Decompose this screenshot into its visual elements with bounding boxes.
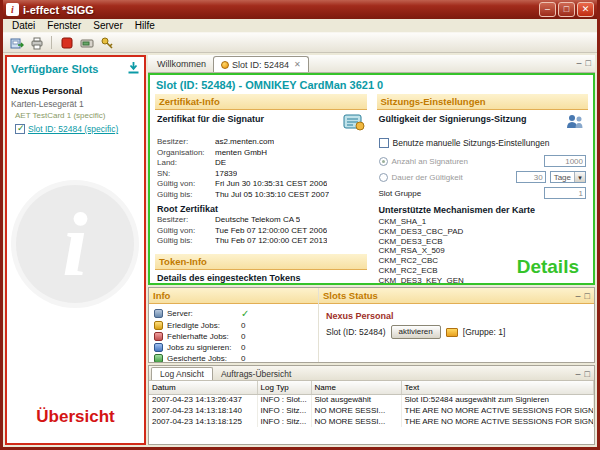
download-icon[interactable] — [127, 60, 140, 78]
tab-auftrags-uebersicht[interactable]: Auftrags-Übersicht — [213, 367, 299, 380]
menu-fenster[interactable]: Fenster — [42, 20, 86, 31]
failed-jobs-icon — [154, 332, 163, 341]
slot-group-input[interactable] — [544, 187, 586, 199]
manual-session-row[interactable]: Benutze manuelle Sitzungs-Einstellungen — [377, 136, 589, 153]
log-cell: INFO : Sitz... — [257, 405, 311, 416]
field-label: Gültig bis: — [157, 236, 215, 247]
tree-item-reader[interactable]: Karten-Lesegerät 1 — [7, 98, 144, 110]
signature-count-row: Anzahl an Signaturen — [377, 153, 589, 169]
maximize-view-icon[interactable]: □ — [585, 369, 590, 379]
cert-info-column: Zertifikat-Info Zertifikat für die Signa… — [155, 94, 367, 283]
field-label: Gültig von: — [157, 226, 215, 237]
signature-count-label: Anzahl an Signaturen — [392, 157, 469, 166]
log-row[interactable]: 2007-04-23 14:13:18:140 INFO : Sitz... N… — [149, 405, 594, 416]
duration-input[interactable] — [516, 171, 546, 183]
slot-link[interactable]: Slot ID: 52484 (specific) — [28, 124, 118, 134]
print-icon[interactable] — [28, 34, 45, 51]
field-label: Gültig bis: — [157, 190, 215, 201]
window-title: i-effect *SIGG — [23, 4, 535, 16]
mechanism-item: CKM_SHA_1 — [377, 217, 589, 227]
log-col-name[interactable]: Name — [311, 381, 401, 394]
tab-slot-52484[interactable]: Slot ID: 52484 ✕ — [213, 56, 309, 72]
tree-item-card[interactable]: AET TestCard 1 (specific) — [7, 110, 144, 122]
field-value: 17839 — [215, 169, 237, 180]
info-panel: Info Server: ✓ Erledigte Jobs: 0 Fehlerh… — [149, 288, 319, 362]
log-tabbar: Log Ansicht Auftrags-Übersicht – □ — [149, 366, 594, 381]
main-content: Verfügbare Slots Nexus Personal Karten-L… — [3, 53, 597, 447]
info-row-sign: Jobs zu signieren: 0 — [149, 342, 318, 353]
info-header: Info — [149, 288, 318, 304]
log-cell: Slot ausgewählt — [311, 394, 401, 405]
menu-datei[interactable]: Datei — [7, 20, 40, 31]
tree-item-slot[interactable]: Slot ID: 52484 (specific) — [7, 122, 144, 136]
field-label: Besitzer: — [157, 137, 215, 148]
chevron-down-icon[interactable]: ▾ — [574, 172, 585, 182]
manual-session-checkbox[interactable] — [379, 138, 389, 148]
status-area: Info Server: ✓ Erledigte Jobs: 0 Fehlerh… — [148, 287, 595, 363]
signature-count-radio[interactable] — [379, 157, 388, 166]
field-value: Fri Jun 30 10:35:31 CEST 2006 — [215, 179, 327, 190]
info-value: 0 — [241, 354, 245, 363]
duration-unit-select[interactable]: Tage ▾ — [550, 171, 586, 183]
field-value: menten GmbH — [215, 148, 267, 159]
mechanism-item: CKM_RSA_X_509 — [377, 246, 589, 256]
manual-session-label: Benutze manuelle Sitzungs-Einstellungen — [393, 138, 550, 148]
field-value: Thu Feb 07 12:00:00 CET 2013 — [215, 236, 327, 247]
info-value: 0 — [241, 343, 245, 352]
minimize-button[interactable]: – — [539, 2, 556, 17]
tree-item-provider[interactable]: Nexus Personal — [7, 80, 144, 98]
log-panel: Log Ansicht Auftrags-Übersicht – □ Datum… — [148, 365, 595, 445]
log-row[interactable]: 2007-04-23 14:13:18:125 INFO : Sitz... N… — [149, 416, 594, 427]
log-cell: NO MORE SESSI... — [311, 405, 401, 416]
maximize-view-icon[interactable]: □ — [586, 58, 591, 68]
details-label: Details — [517, 256, 579, 278]
cert-info-header: Zertifikat-Info — [155, 94, 367, 110]
tab-willkommen[interactable]: Willkommen — [150, 56, 213, 72]
info-value: 0 — [241, 332, 245, 341]
tab-log-ansicht[interactable]: Log Ansicht — [151, 367, 213, 380]
slot-checkbox[interactable] — [15, 124, 25, 134]
log-cell: 2007-04-23 14:13:18:125 — [149, 416, 257, 427]
app-icon[interactable]: i — [6, 3, 19, 16]
group-label: [Gruppe: 1] — [463, 327, 506, 337]
signature-count-input[interactable] — [544, 155, 586, 167]
field-value: as2.menten.com — [215, 137, 274, 148]
maximize-view-icon[interactable]: □ — [585, 291, 590, 301]
sign-jobs-icon — [154, 343, 163, 352]
duration-radio[interactable] — [379, 173, 388, 182]
info-label: Fehlerhafte Jobs: — [167, 332, 237, 341]
activate-button[interactable]: aktivieren — [391, 325, 441, 339]
log-col-logtyp[interactable]: Log Typ — [257, 381, 311, 394]
log-col-datum[interactable]: Datum — [149, 381, 257, 394]
stop-server-icon[interactable] — [58, 34, 75, 51]
mechanism-item: CKM_DES3_ECB — [377, 237, 589, 247]
info-row-failed: Fehlerhafte Jobs: 0 — [149, 331, 318, 342]
field-label: Land: — [157, 158, 215, 169]
field-label: Organisation: — [157, 148, 215, 159]
users-icon — [564, 114, 586, 134]
card-reader-icon[interactable] — [78, 34, 95, 51]
log-cell: THE ARE NO MORE ACTIVE SESSIONS FOR SIGN… — [401, 416, 594, 427]
maximize-button[interactable]: □ — [558, 2, 575, 17]
menu-hilfe[interactable]: Hilfe — [130, 20, 160, 31]
token-info-header: Token-Info — [155, 254, 367, 270]
key-icon[interactable] — [98, 34, 115, 51]
minimize-view-icon[interactable]: – — [577, 58, 582, 68]
close-button[interactable]: ✕ — [577, 2, 594, 17]
close-tab-icon[interactable]: ✕ — [294, 60, 301, 69]
titlebar[interactable]: i i-effect *SIGG – □ ✕ — [3, 0, 597, 19]
session-settings-column: Sitzungs-Einstellungen Gültigkeit der Si… — [377, 94, 589, 283]
slots-status-panel: Slots Status Nexus Personal Slot (ID: 52… — [319, 288, 594, 362]
slot-group-label: Slot Gruppe — [379, 189, 422, 198]
log-row[interactable]: 2007-04-23 14:13:26:437 INFO : Slot... S… — [149, 394, 594, 405]
tab-slot-label: Slot ID: 52484 — [232, 60, 289, 70]
minimize-view-icon[interactable]: – — [576, 369, 581, 379]
minimize-view-icon[interactable]: – — [576, 291, 581, 301]
export-icon[interactable] — [8, 34, 25, 51]
server-icon — [154, 309, 163, 318]
sidebar-title: Verfügbare Slots — [11, 63, 98, 75]
slot-tab-icon — [221, 61, 229, 69]
menu-server[interactable]: Server — [88, 20, 127, 31]
root-cert-title: Root Zertifikat — [155, 204, 367, 215]
log-col-text[interactable]: Text — [401, 381, 594, 394]
